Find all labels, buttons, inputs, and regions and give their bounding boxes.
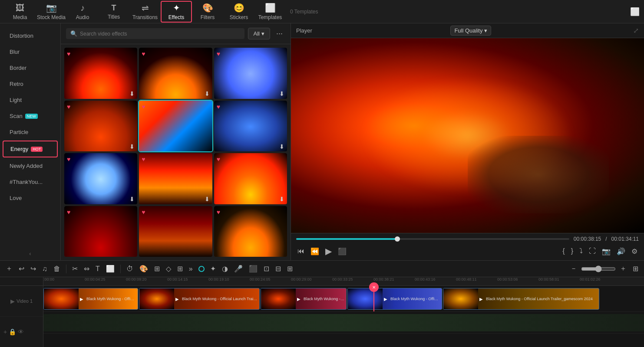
fullscreen-button[interactable]: ⛶ bbox=[588, 246, 597, 256]
effect-card-v12[interactable]: ♥ bbox=[214, 206, 287, 257]
sidebar-item-light[interactable]: Light bbox=[3, 92, 58, 108]
zoom-slider[interactable] bbox=[581, 265, 616, 272]
effect-card-energy-elemental-05-169[interactable]: ♥ ⬇ Energy Elemental 05 16-9 bbox=[64, 101, 137, 152]
media-comp-button[interactable]: ⊡ bbox=[261, 263, 271, 274]
effect-card-energy-elemental-03-169[interactable]: ♥ ⬇ Energy Elemental 03 16-9 bbox=[214, 48, 287, 99]
download-icon-6[interactable]: ⬇ bbox=[279, 143, 284, 150]
expand-button[interactable]: ⊞ bbox=[175, 263, 185, 274]
zoom-in-button[interactable]: ＋ bbox=[618, 263, 629, 275]
toolbar-stickers[interactable]: 😊 Stickers bbox=[223, 1, 254, 23]
toolbar-media[interactable]: 🖼 Media bbox=[4, 1, 36, 23]
ruler-mark-4: 00:00:19:10 bbox=[208, 277, 229, 282]
favorite-icon-11: ♥ bbox=[142, 209, 145, 216]
play-button[interactable]: ▶ bbox=[324, 245, 333, 258]
download-icon-8[interactable]: ⬇ bbox=[205, 196, 210, 203]
effect-card-energy-elemental-02-169[interactable]: ♥ ⬇ Energy Elemental 02 16-9 bbox=[64, 48, 137, 99]
progress-bar[interactable] bbox=[296, 238, 569, 240]
undo-button[interactable]: ↩ bbox=[17, 263, 26, 274]
redo-button[interactable]: ↪ bbox=[28, 263, 38, 274]
video-segment-4[interactable]: ▶ Black Myth Wukong - Official Launch Tr… bbox=[347, 288, 442, 310]
speed-button[interactable]: ⏱ bbox=[124, 264, 135, 274]
ripple-button[interactable]: ⇔ bbox=[82, 263, 92, 274]
more-tl-button[interactable]: » bbox=[187, 264, 195, 274]
download-icon-3[interactable]: ⬇ bbox=[279, 90, 284, 97]
insert-button[interactable]: ⤵ bbox=[578, 246, 584, 256]
filter-button[interactable]: All ▾ bbox=[248, 28, 270, 39]
text-button[interactable]: T bbox=[93, 264, 102, 274]
track-lock-button[interactable]: 🔒 bbox=[9, 328, 16, 335]
quality-selector[interactable]: Full Quality ▾ bbox=[450, 26, 491, 36]
crop-button[interactable]: ⬜ bbox=[104, 263, 117, 274]
speed2-button[interactable]: ⊞ bbox=[285, 263, 295, 274]
step-back-button[interactable]: ⏮ bbox=[296, 246, 306, 256]
progress-thumb[interactable] bbox=[395, 236, 400, 242]
sidebar-item-scan[interactable]: Scan NEW bbox=[3, 108, 58, 124]
sidebar-item-retro[interactable]: Retro bbox=[3, 76, 58, 92]
download-icon-7[interactable]: ⬇ bbox=[129, 196, 135, 203]
add-track-button[interactable]: ＋ bbox=[3, 263, 15, 275]
toolbar-transitions[interactable]: ⇌ Transitions bbox=[129, 1, 161, 23]
toolbar-filters[interactable]: 🎨 Filters bbox=[192, 1, 223, 23]
sidebar-item-thankyou[interactable]: #ThankYou... bbox=[3, 174, 58, 190]
track-eye-button[interactable]: 👁 bbox=[18, 328, 24, 335]
favorite-icon-9: ♥ bbox=[217, 156, 220, 163]
transition-button[interactable]: ⊞ bbox=[152, 263, 162, 274]
effect-card-energy-elemental-02-916[interactable]: ♥ ⬇ Energy Elemental 02 9-16 bbox=[139, 48, 212, 99]
effect-card-special-fx-01[interactable]: ♥ ⬇ Special FX Motion Overlay 01 bbox=[64, 153, 137, 204]
color-match-button[interactable]: 🎨 bbox=[137, 263, 150, 274]
keyframe-button[interactable]: ◇ bbox=[164, 263, 173, 274]
sidebar-item-love[interactable]: Love bbox=[3, 190, 58, 206]
toolbar-templates[interactable]: ⬜ Templates bbox=[254, 1, 286, 23]
playhead-marker[interactable]: ✕ bbox=[369, 282, 379, 292]
search-box[interactable]: 🔍 bbox=[66, 28, 244, 39]
sidebar-item-blur[interactable]: Blur bbox=[3, 44, 58, 59]
zoom-out-button[interactable]: － bbox=[568, 263, 579, 275]
toolbar-stock-media[interactable]: 📷 Stock Media bbox=[36, 1, 67, 23]
effect-card-special-fx-09[interactable]: ♥ ⬇ Special FX Motion Overlay 09 bbox=[214, 101, 287, 152]
effect-card-v10[interactable]: ♥ bbox=[64, 206, 137, 257]
more-options-button[interactable]: ··· bbox=[274, 28, 285, 39]
effect-card-fire-scanning-up[interactable]: ♥ Fire Scanning Up bbox=[139, 101, 212, 152]
volume-button[interactable]: 🔊 bbox=[615, 246, 627, 257]
video-segment-5[interactable]: ▶ Black Myth Wukong - Official Launch Tr… bbox=[443, 288, 599, 310]
sidebar-item-particle[interactable]: Particle bbox=[3, 124, 58, 140]
razor-button[interactable]: ✂ bbox=[70, 263, 80, 274]
mask-button[interactable]: ◑ bbox=[220, 263, 230, 274]
mark-in-button[interactable]: { bbox=[561, 246, 566, 256]
track-composite-button[interactable]: ⊟ bbox=[273, 263, 283, 274]
sidebar-collapse-button[interactable]: ‹ bbox=[0, 247, 60, 260]
download-icon-9[interactable]: ⬇ bbox=[279, 196, 284, 203]
motion-button[interactable]: ✦ bbox=[208, 263, 218, 274]
mark-out-button[interactable]: } bbox=[570, 246, 575, 256]
favorite-icon-10: ♥ bbox=[67, 209, 70, 216]
expand-icon[interactable]: ⤢ bbox=[633, 26, 639, 35]
sidebar-item-border[interactable]: Border bbox=[3, 60, 58, 75]
video-segment-3[interactable]: ▶ Black Myth Wukong - Official... bbox=[261, 288, 347, 310]
toolbar-audio[interactable]: ♪ Audio bbox=[67, 1, 98, 23]
sidebar-item-newly-added[interactable]: Newly Added bbox=[3, 158, 58, 174]
grid-view-button[interactable]: ⊞ bbox=[631, 263, 641, 274]
video-segment-2[interactable]: ▶ Black Myth Wukong - Official Launch Tr… bbox=[139, 288, 260, 310]
stop-button[interactable]: ⬛ bbox=[337, 246, 348, 257]
toolbar-effects[interactable]: ✦ Effects bbox=[161, 1, 192, 23]
delete-button[interactable]: 🗑 bbox=[51, 264, 63, 274]
effect-card-v11[interactable]: ♥ bbox=[139, 206, 212, 257]
track-add-button[interactable]: + bbox=[3, 328, 7, 335]
subtitle-button[interactable]: ⬛ bbox=[247, 263, 260, 274]
track-label-video1: ▶ Video 1 bbox=[0, 286, 43, 317]
sidebar-item-distortion[interactable]: Distortion bbox=[3, 28, 58, 43]
settings-button[interactable]: ⚙ bbox=[630, 246, 639, 257]
mic-button[interactable]: 🎤 bbox=[232, 263, 245, 274]
download-icon-4[interactable]: ⬇ bbox=[129, 143, 135, 150]
snapshot-button[interactable]: 📷 bbox=[601, 246, 612, 257]
video-segment-1[interactable]: ▶ Black Myth Wukong - Offici... bbox=[43, 288, 138, 310]
sidebar-item-energy[interactable]: Energy HOT bbox=[3, 141, 58, 157]
effect-card-game-premium-01[interactable]: ♥ ⬇ Game Premium Overlay 01 bbox=[139, 153, 212, 204]
download-icon-1[interactable]: ⬇ bbox=[129, 90, 135, 97]
toolbar-titles[interactable]: T Titles bbox=[98, 1, 129, 23]
effect-card-fire-particle-06[interactable]: ♥ ⬇ Fire Particle Effect Overlay 06 bbox=[214, 153, 287, 204]
search-input[interactable] bbox=[80, 31, 240, 37]
frame-back-button[interactable]: ⏪ bbox=[309, 246, 320, 257]
audio-track-button[interactable]: ♫ bbox=[40, 264, 50, 274]
download-icon-2[interactable]: ⬇ bbox=[205, 90, 210, 97]
